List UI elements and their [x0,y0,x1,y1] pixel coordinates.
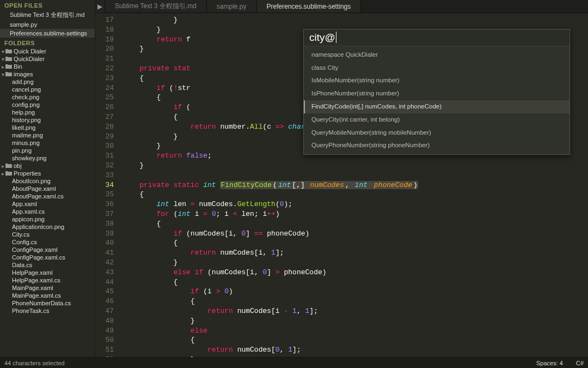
sidebar: OPEN FILES Sublime Text 3 全程指引.mdsample.… [0,0,95,357]
tree-file[interactable]: HelpPage.xaml.cs [0,276,95,284]
text-cursor-icon [336,32,336,43]
tree-file[interactable]: minus.png [0,139,95,147]
code-line[interactable]: { [118,277,580,287]
tree-file[interactable]: check.png [0,93,95,101]
tree-file[interactable]: mailme.png [0,131,95,139]
open-file-item[interactable]: Preferences.sublime-settings [0,29,95,38]
line-number: 47 [95,306,114,316]
line-number: 22 [95,64,114,74]
code-line[interactable]: } [118,258,580,268]
symbol-result-item[interactable]: FindCityCode(int[,] numCodes, int phoneC… [304,100,569,113]
open-files-heading: OPEN FILES [0,0,95,10]
tree-file[interactable]: MainPage.xaml [0,284,95,292]
tree-folder[interactable]: ▾QuickDialer [0,55,95,63]
code-line[interactable]: return numCodes[i - 1, 1]; [118,306,580,316]
code-line[interactable]: { [118,219,580,229]
tree-file[interactable]: City.cs [0,231,95,238]
tree-file[interactable]: PhoneNumberData.cs [0,299,95,307]
goto-symbol-input[interactable]: city@ [304,29,569,46]
code-line[interactable]: return numCodes[i, 1]; [118,248,580,258]
tree-file[interactable]: ApplicationIcon.png [0,223,95,231]
tree-file[interactable]: AboutPage.xaml [0,185,95,192]
line-number: 37 [95,209,114,219]
line-number: 48 [95,316,114,326]
tree-file[interactable]: AboutPage.xaml.cs [0,192,95,200]
tree-file[interactable]: appicon.png [0,215,95,223]
code-line[interactable]: else if (numCodes[i, 0] > phoneCode) [118,268,580,277]
tree-file[interactable]: MainPage.xaml.cs [0,292,95,299]
tree-file[interactable]: Config.cs [0,238,95,246]
tree-file[interactable]: help.png [0,108,95,116]
tree-file[interactable]: config.png [0,101,95,108]
editor-tab[interactable]: sample.py [207,0,257,13]
line-number: 27 [95,112,114,122]
tree-file[interactable]: add.png [0,78,95,86]
code-line[interactable]: } [118,316,580,326]
tree-file[interactable]: App.xaml [0,200,95,208]
symbol-result-item[interactable]: namespace QuickDialer [304,49,569,62]
code-line[interactable]: { [118,190,580,200]
editor-tab[interactable]: Sublime Text 3 全程指引.md [105,0,207,13]
tree-folder[interactable]: ▸Properties [0,170,95,177]
symbol-result-item[interactable]: QueryMobileNumber(string mobileNumber) [304,126,569,140]
symbol-result-item[interactable]: class City [304,62,569,75]
tree-folder[interactable]: ▸Bin [0,63,95,70]
tree-file[interactable]: ConfigPage.xaml.cs [0,254,95,261]
line-number: 28 [95,122,114,132]
line-number: 17 [95,15,114,25]
code-line[interactable]: int len = numCodes.GetLength(0); [118,200,580,209]
code-editor[interactable]: 1718192021222324252627282930313233343536… [95,13,588,357]
tree-file[interactable]: App.xaml.cs [0,208,95,215]
minimap[interactable] [580,13,588,357]
status-language[interactable]: C# [576,360,584,366]
tree-file[interactable]: Data.cs [0,261,95,269]
code-line[interactable]: return numCodes[0, 1]; [118,345,580,355]
folder-icon [5,56,12,62]
tree-file[interactable]: pin.png [0,147,95,154]
code-line[interactable]: } [118,161,580,171]
goto-symbol-input-value: city@ [309,32,335,43]
code-line[interactable]: if (numCodes[i, 0] == phoneCode) [118,229,580,239]
tree-item-label: add.png [12,79,34,85]
tree-item-label: MainPage.xaml [12,285,53,291]
tab-bar: ▶ Sublime Text 3 全程指引.mdsample.pyPrefere… [95,0,588,13]
symbol-result-item[interactable]: IsPhoneNumber(string number) [304,87,569,100]
status-spaces[interactable]: Spaces: 4 [536,360,563,366]
tab-nav-arrow-icon[interactable]: ▶ [95,0,105,13]
open-file-item[interactable]: sample.py [0,20,95,29]
symbol-result-item[interactable]: QueryPhoneNumber(string phoneNumber) [304,139,569,152]
tree-folder[interactable]: ▾images [0,70,95,78]
open-file-item[interactable]: Sublime Text 3 全程指引.md [0,10,95,20]
tree-file[interactable]: PhoneTask.cs [0,307,95,315]
symbol-result-item[interactable]: IsMobileNumber(string number) [304,74,569,87]
tree-item-label: PhoneTask.cs [12,307,49,314]
tree-item-label: images [14,71,33,77]
line-number: 25 [95,93,114,102]
code-line[interactable]: private static int FindCityCode(int[,] n… [118,180,580,190]
code-line[interactable] [118,171,580,180]
folder-tree: ▾Quick Dialer▾QuickDialer▸Bin▾imagesadd.… [0,47,95,317]
tree-file[interactable]: showkey.png [0,154,95,162]
line-number: 41 [95,248,114,258]
code-line[interactable]: else [118,326,580,336]
tree-folder[interactable]: ▾Quick Dialer [0,47,95,55]
code-line[interactable]: for (int i = 0; i < len; i++) [118,209,580,219]
code-line[interactable]: if (i > 0) [118,287,580,297]
tree-file[interactable]: HelpPage.xaml [0,269,95,276]
tree-file[interactable]: likeit.png [0,124,95,131]
line-number-gutter: 1718192021222324252627282930313233343536… [95,13,118,357]
symbol-result-item[interactable]: QueryCity(int carrier, int belong) [304,113,569,126]
code-line[interactable]: } [118,355,580,357]
editor-tab[interactable]: Preferences.sublime-settings [257,0,362,13]
tree-file[interactable]: cancel.png [0,86,95,93]
code-line[interactable]: { [118,238,580,248]
code-line[interactable]: { [118,297,580,306]
tree-folder[interactable]: ▸obj [0,162,95,170]
code-line[interactable]: } [118,15,580,25]
tree-file[interactable]: history.png [0,116,95,124]
tree-item-label: obj [14,162,22,169]
tree-file[interactable]: AboutIcon.png [0,177,95,185]
goto-symbol-popup[interactable]: city@ namespace QuickDialerclass CityIsM… [303,29,570,155]
tree-file[interactable]: ConfigPage.xaml [0,246,95,254]
code-line[interactable]: { [118,335,580,345]
